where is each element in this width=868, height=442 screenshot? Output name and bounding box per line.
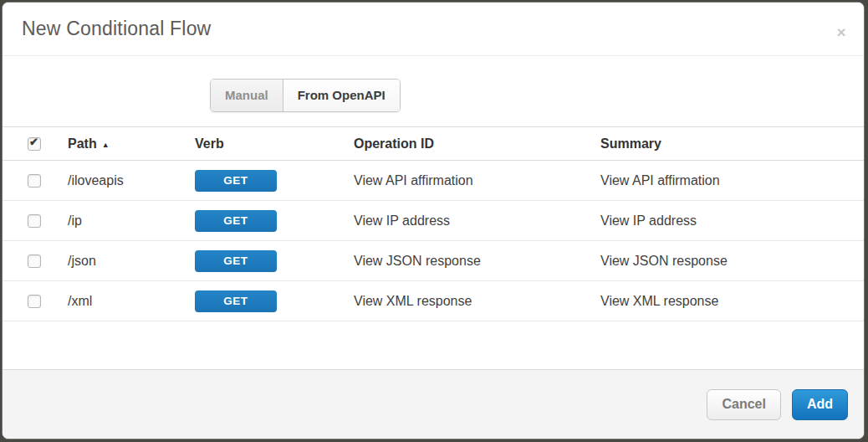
add-button[interactable]: Add xyxy=(792,389,848,420)
header-cell-select xyxy=(3,137,68,151)
row-cell-select xyxy=(3,295,68,308)
verb-badge-get: GET xyxy=(195,290,277,312)
close-icon[interactable]: × xyxy=(832,23,850,41)
source-tab-group: Manual From OpenAPI xyxy=(210,79,401,112)
row-cell-verb: GET xyxy=(195,250,354,272)
table-header-row: Path▲ Verb Operation ID Summary xyxy=(3,126,864,161)
row-cell-path: /ip xyxy=(68,213,195,229)
header-cell-summary: Summary xyxy=(600,136,864,152)
column-label-path: Path xyxy=(68,136,97,151)
select-all-checkbox[interactable] xyxy=(28,137,41,151)
table-row: /iloveapis GET View API affirmation View… xyxy=(3,161,864,201)
dialog-title: New Conditional Flow xyxy=(22,18,211,40)
row-cell-verb: GET xyxy=(195,170,354,192)
row-cell-verb: GET xyxy=(195,290,354,312)
row-cell-summary: View API affirmation xyxy=(600,173,864,188)
header-cell-operation-id: Operation ID xyxy=(354,136,600,152)
dialog-footer: Cancel Add xyxy=(3,369,864,439)
row-cell-operation-id: View JSON response xyxy=(354,254,600,269)
row-cell-select xyxy=(3,214,68,228)
row-checkbox[interactable] xyxy=(28,254,41,268)
row-cell-operation-id: View XML response xyxy=(354,294,600,309)
verb-badge-get: GET xyxy=(195,250,277,272)
row-checkbox[interactable] xyxy=(28,214,41,228)
table-row: /json GET View JSON response View JSON r… xyxy=(3,241,864,281)
row-cell-operation-id: View IP address xyxy=(354,213,600,229)
row-cell-select xyxy=(3,254,68,268)
sort-ascending-icon: ▲ xyxy=(102,141,110,149)
row-cell-summary: View XML response xyxy=(600,294,864,309)
header-cell-verb: Verb xyxy=(195,136,354,152)
tab-manual[interactable]: Manual xyxy=(211,80,283,111)
flows-table: Path▲ Verb Operation ID Summary /iloveap… xyxy=(3,126,864,321)
header-cell-path[interactable]: Path▲ xyxy=(68,136,195,152)
row-cell-operation-id: View API affirmation xyxy=(354,173,600,188)
table-row: /ip GET View IP address View IP address xyxy=(3,201,864,241)
row-checkbox[interactable] xyxy=(28,295,41,308)
tab-from-openapi[interactable]: From OpenAPI xyxy=(283,80,400,111)
row-cell-path: /iloveapis xyxy=(68,173,195,188)
verb-badge-get: GET xyxy=(195,170,277,192)
dialog-header: New Conditional Flow × xyxy=(3,3,864,56)
row-cell-path: /xml xyxy=(68,294,195,309)
row-cell-path: /json xyxy=(68,254,195,269)
cancel-button[interactable]: Cancel xyxy=(707,389,780,420)
row-cell-verb: GET xyxy=(195,210,354,232)
table-row: /xml GET View XML response View XML resp… xyxy=(3,281,864,321)
new-conditional-flow-dialog: New Conditional Flow × Manual From OpenA… xyxy=(2,2,865,439)
row-cell-select xyxy=(3,174,68,188)
verb-badge-get: GET xyxy=(195,210,277,232)
row-cell-summary: View JSON response xyxy=(600,254,864,269)
row-checkbox[interactable] xyxy=(28,174,41,188)
row-cell-summary: View IP address xyxy=(600,213,864,229)
